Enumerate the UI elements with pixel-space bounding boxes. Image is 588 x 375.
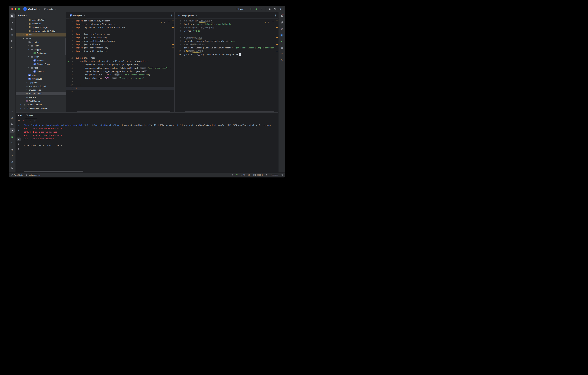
clear-console-button[interactable]: ⊗: [17, 147, 21, 151]
tree-item-webstudy-iml[interactable]: ▦WebStudy.iml: [16, 99, 66, 103]
run-tab-main[interactable]: Main ×: [25, 113, 38, 118]
down-stacktrace-button[interactable]: ↓: [17, 128, 21, 132]
print-button[interactable]: ▤: [17, 142, 21, 146]
line-separator[interactable]: LF: [248, 174, 250, 176]
more-actions-button[interactable]: ⋮: [37, 119, 41, 123]
gradle-tool-button[interactable]: ◍: [279, 26, 284, 31]
ai-assistant-button[interactable]: ◆: [279, 32, 284, 37]
inspections-widget[interactable]: ⚠ 6: [161, 20, 170, 24]
code-area-main-java[interactable]: ⚠ 6 1import com.test.entity.Student;2imp…: [66, 19, 174, 112]
breadcrumb-label[interactable]: WebStudy: [14, 174, 23, 176]
stop-button[interactable]: ■: [21, 119, 25, 123]
more-run-actions-button[interactable]: ⋮: [259, 7, 264, 11]
project-panel-header[interactable]: Project: [16, 12, 66, 18]
horizontal-scrollbar[interactable]: [185, 111, 274, 112]
debug-tool-button[interactable]: ◉: [10, 147, 15, 152]
run-line-button[interactable]: ▶: [68, 56, 69, 60]
debug-button[interactable]: [254, 7, 259, 11]
fullscreen-window-button[interactable]: [18, 8, 20, 10]
up-stacktrace-button[interactable]: ↑: [17, 123, 21, 127]
breadcrumb-label[interactable]: test.properties: [29, 174, 40, 176]
plugin-status-icon[interactable]: ⊡: [266, 174, 267, 176]
prev-problem-icon[interactable]: [166, 21, 167, 23]
chevron-expanded-icon[interactable]: ▾: [22, 38, 24, 39]
project-tool-button[interactable]: [10, 13, 15, 18]
tree-scrollbar[interactable]: [65, 38, 66, 55]
chevron-collapsed-icon[interactable]: ▸: [25, 23, 27, 24]
notifications-button[interactable]: [279, 13, 284, 18]
chevron-expanded-icon[interactable]: ▾: [28, 67, 30, 69]
commit-tool-button[interactable]: [10, 20, 15, 25]
run-button[interactable]: [249, 7, 253, 11]
tree-item-text-xml[interactable]: </>text.xml: [16, 95, 66, 99]
rerun-button[interactable]: ↻: [17, 119, 21, 123]
close-tab-icon[interactable]: ×: [84, 14, 85, 17]
tree-item-test[interactable]: ▾test: [16, 66, 66, 70]
learn-button[interactable]: ↯: [279, 57, 284, 62]
structure-tool-button[interactable]: ≣: [10, 32, 15, 37]
close-tab-icon[interactable]: ×: [35, 114, 36, 117]
chevron-collapsed-icon[interactable]: ▸: [25, 19, 27, 21]
run-config-selector[interactable]: Main: [235, 7, 248, 11]
console-settings-button[interactable]: ⚙: [33, 119, 37, 123]
chevron-expanded-icon[interactable]: ▾: [28, 56, 30, 57]
tree-item-entity[interactable]: ▸entity: [16, 44, 66, 48]
tab-options-icon[interactable]: ⋮: [170, 14, 173, 17]
tree-item-testmain[interactable]: CTestMain: [16, 70, 66, 73]
version-control-tool-button[interactable]: [10, 166, 15, 171]
todo-tool-button[interactable]: ≡: [10, 109, 15, 114]
tree-item-proxy[interactable]: ▾proxy: [16, 55, 66, 59]
indent-setting[interactable]: 4 spaces: [271, 174, 278, 176]
close-tab-icon[interactable]: ×: [196, 14, 197, 17]
tab-options-icon[interactable]: ⋮: [274, 14, 277, 17]
chevron-collapsed-icon[interactable]: ▸: [20, 104, 22, 105]
next-problem-icon[interactable]: [168, 21, 170, 22]
git-branch-selector[interactable]: master: [42, 7, 57, 11]
tree-item-testmapper[interactable]: ITestMapper: [16, 51, 66, 55]
problems-tool-button[interactable]: ⊘: [10, 159, 15, 164]
more-tool-windows-button[interactable]: ⋯: [10, 45, 15, 50]
spring-tool-button[interactable]: ●: [279, 39, 284, 43]
tree-item-external-libraries[interactable]: ▸▥External Libraries: [16, 103, 66, 106]
code-with-me-button[interactable]: [268, 7, 272, 11]
pull-requests-tool-button[interactable]: [10, 26, 15, 31]
tree-item-main[interactable]: CMain: [16, 73, 66, 77]
tree-item-mapper[interactable]: ▾mapper: [16, 48, 66, 51]
tree-item-scratches-and-consoles[interactable]: ▸▤Scratches and Consoles: [16, 106, 66, 110]
chevron-expanded-icon[interactable]: ▾: [28, 49, 30, 50]
settings-button[interactable]: ⚙: [278, 7, 283, 11]
database-tool-button[interactable]: [10, 122, 15, 127]
next-problem-icon[interactable]: [272, 21, 273, 22]
console-scrollbar[interactable]: [24, 171, 84, 172]
tree-item-lombok-jar[interactable]: ▸lombok.jar: [16, 22, 66, 25]
dependencies-tool-button[interactable]: ▦: [279, 45, 284, 50]
chevron-expanded-icon[interactable]: ▾: [25, 41, 27, 43]
file-lock[interactable]: [281, 174, 283, 176]
file-encoding[interactable]: ISO-8859-1: [253, 174, 263, 176]
tree-item-out[interactable]: ▸out: [16, 33, 66, 36]
caret-position[interactable]: 11:49: [241, 174, 245, 176]
tab-main-java[interactable]: C Main.java ×: [68, 12, 87, 18]
tree-item-junit-4-13-2-jar[interactable]: ▸junit-4.13.2.jar: [16, 18, 66, 22]
inspections-widget[interactable]: ⚠ 5: [264, 20, 274, 24]
tree-item--gitignore[interactable]: ○.gitignore: [16, 81, 66, 84]
terminal-tool-button[interactable]: >_: [10, 141, 15, 146]
chevron-collapsed-icon[interactable]: ▸: [22, 34, 24, 35]
chevron-collapsed-icon[interactable]: ▸: [20, 107, 22, 109]
services-tool-button[interactable]: ▣: [10, 134, 15, 139]
code-area-test-properties[interactable]: ⚠ 5 1# RootLogger 的默认处理器为2handlers= java…: [175, 19, 278, 112]
chevron-collapsed-icon[interactable]: ▸: [25, 27, 27, 28]
tree-item-mysql-connector-j-8-2-0-jar[interactable]: ▸mysql-connector-j-8.2.0.jar: [16, 29, 66, 33]
project-selector[interactable]: WS WebStudy: [22, 7, 41, 11]
vim-mode-icon[interactable]: V: [236, 174, 238, 176]
chevron-collapsed-icon[interactable]: ▸: [28, 45, 30, 46]
bookmarks-tool-button[interactable]: [10, 39, 15, 43]
soft-wrap-button[interactable]: ↩: [17, 133, 21, 136]
tree-item-mylogger-log[interactable]: ≡myLogger.log: [16, 88, 66, 92]
database-panel-button[interactable]: [279, 20, 284, 25]
tree-item-mybatisutil[interactable]: CMybatisUtil: [16, 77, 66, 81]
tree-item-com-test[interactable]: ▾com.test: [16, 40, 66, 44]
scroll-to-end-button[interactable]: ⇟: [17, 137, 21, 141]
search-everywhere-button[interactable]: [273, 7, 277, 11]
tab-test-properties[interactable]: ⚙ test.properties ×: [176, 12, 199, 18]
